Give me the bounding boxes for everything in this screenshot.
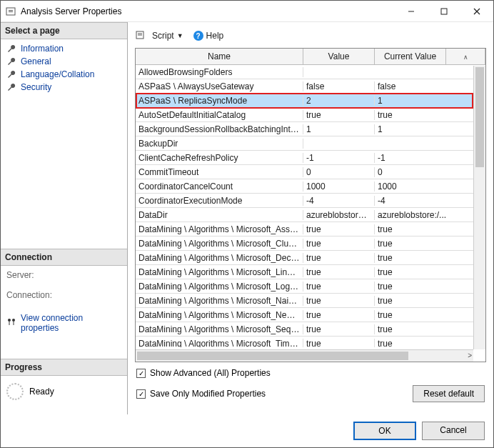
page-item[interactable]: Information <box>4 42 124 55</box>
cell-current: true <box>375 253 485 263</box>
cell-value[interactable]: true <box>303 110 375 120</box>
cell-value[interactable]: true <box>303 282 375 292</box>
table-row[interactable]: DataMining \ Algorithms \ Microsoft_Naiv… <box>136 294 485 308</box>
scroll-right-icon[interactable]: > <box>468 352 472 359</box>
page-item-label: Security <box>21 82 51 92</box>
cancel-button[interactable]: Cancel <box>422 422 485 440</box>
cell-name: CoordinatorCancelCount <box>136 181 303 191</box>
wrench-icon <box>6 44 16 54</box>
svg-point-8 <box>12 319 15 322</box>
table-row[interactable]: DataDir azureblobstore:/... azureblobsto… <box>136 208 485 222</box>
cell-current: azureblobstore:/... <box>375 210 485 220</box>
cell-value[interactable]: true <box>303 296 375 306</box>
page-item[interactable]: General <box>4 55 124 68</box>
horizontal-scroll-thumb[interactable] <box>137 352 408 360</box>
page-item[interactable]: Language/Collation <box>4 68 124 81</box>
cell-value[interactable]: 1000 <box>303 181 375 191</box>
cell-current: true <box>375 110 485 120</box>
cell-current: true <box>375 282 485 292</box>
table-row[interactable]: CoordinatorCancelCount 1000 1000 <box>136 179 485 194</box>
column-header-value[interactable]: Value <box>303 49 375 64</box>
table-row[interactable]: BackgroundSessionRollbackBatchingInterva… <box>136 122 485 136</box>
cell-name: DataDir <box>136 210 303 220</box>
cell-value[interactable]: 0 <box>303 167 375 177</box>
close-button[interactable] <box>460 1 493 22</box>
cell-value[interactable]: true <box>303 224 375 234</box>
title-bar: Analysis Server Properties <box>1 1 493 22</box>
table-row[interactable]: DataMining \ Algorithms \ Microsoft_Logi… <box>136 279 485 294</box>
cell-current: true <box>375 267 485 277</box>
table-row[interactable]: AutoSetDefaultInitialCatalog true true <box>136 108 485 122</box>
table-row[interactable]: DataMining \ Algorithms \ Microsoft_Time… <box>136 337 485 347</box>
table-row[interactable]: ASPaaS \ AlwaysUseGateway false false <box>136 79 485 94</box>
cell-name: AutoSetDefaultInitialCatalog <box>136 110 303 120</box>
cell-value[interactable]: true <box>303 239 375 249</box>
cell-value[interactable]: false <box>303 81 375 91</box>
table-row[interactable]: AllowedBrowsingFolders <box>136 65 485 79</box>
page-item-label: General <box>21 56 51 66</box>
cell-value[interactable]: -1 <box>303 153 375 163</box>
table-row[interactable]: DataMining \ Algorithms \ Microsoft_Asso… <box>136 222 485 237</box>
column-header-name[interactable]: Name <box>136 49 303 64</box>
page-item-label: Language/Collation <box>21 69 94 79</box>
chevron-up-icon[interactable]: ∧ <box>463 54 468 61</box>
show-advanced-checkbox[interactable]: ✓ <box>136 369 146 378</box>
cell-value[interactable]: 1 <box>303 124 375 134</box>
table-row[interactable]: DataMining \ Algorithms \ Microsoft_Clus… <box>136 237 485 251</box>
view-connection-properties-link[interactable]: View connection properties <box>6 313 121 333</box>
table-row[interactable]: CoordinatorExecutionMode -4 -4 <box>136 194 485 208</box>
server-label: Server: <box>6 270 121 280</box>
cell-current: true <box>375 324 485 334</box>
window-title: Analysis Server Properties <box>21 6 395 16</box>
cell-current: -1 <box>375 153 485 163</box>
table-row[interactable]: DataMining \ Algorithms \ Microsoft_Neur… <box>136 308 485 322</box>
app-icon <box>5 6 16 17</box>
toolbar: Script ▼ ? Help <box>135 28 486 48</box>
cell-name: BackupDir <box>136 139 303 149</box>
cell-name: DataMining \ Algorithms \ Microsoft_Logi… <box>136 282 303 292</box>
save-modified-label: Save Only Modified Properties <box>150 389 266 399</box>
table-row[interactable]: DataMining \ Algorithms \ Microsoft_Sequ… <box>136 322 485 337</box>
save-modified-checkbox[interactable]: ✓ <box>136 389 146 399</box>
cell-current: true <box>375 224 485 234</box>
column-header-current[interactable]: Current Value <box>375 49 446 64</box>
cell-value[interactable]: true <box>303 324 375 334</box>
vertical-scroll-thumb[interactable] <box>475 67 484 167</box>
table-row[interactable]: DataMining \ Algorithms \ Microsoft_Deci… <box>136 251 485 265</box>
cell-name: BackgroundSessionRollbackBatchingInterva… <box>136 124 303 134</box>
cell-current: true <box>375 296 485 306</box>
vertical-scrollbar[interactable] <box>473 66 485 349</box>
cell-value[interactable]: true <box>303 339 375 348</box>
help-button[interactable]: ? Help <box>191 29 227 42</box>
cell-value[interactable]: 2 <box>303 96 375 106</box>
cell-name: DataMining \ Algorithms \ Microsoft_Clus… <box>136 239 303 249</box>
table-row[interactable]: BackupDir <box>136 136 485 151</box>
connection-icon <box>6 317 16 329</box>
cell-value[interactable]: azureblobstore:/... <box>303 210 375 220</box>
script-label: Script <box>152 31 174 41</box>
cell-value[interactable]: true <box>303 253 375 263</box>
cell-value[interactable]: -4 <box>303 196 375 206</box>
connection-header: Connection <box>1 249 127 266</box>
maximize-button[interactable] <box>428 1 460 22</box>
script-button[interactable]: Script ▼ <box>149 29 186 42</box>
connection-label: Connection: <box>6 290 121 300</box>
horizontal-scrollbar[interactable]: < > <box>136 349 473 362</box>
table-row[interactable]: DataMining \ Algorithms \ Microsoft_Line… <box>136 265 485 279</box>
cell-current: true <box>375 239 485 249</box>
svg-point-7 <box>8 319 11 322</box>
help-label: Help <box>206 31 224 41</box>
progress-status: Ready <box>29 387 54 397</box>
ok-button[interactable]: OK <box>353 422 416 440</box>
reset-default-button[interactable]: Reset default <box>413 385 485 402</box>
table-row[interactable]: CommitTimeout 0 0 <box>136 165 485 179</box>
page-item[interactable]: Security <box>4 81 124 94</box>
cell-current: true <box>375 310 485 320</box>
progress-spinner-icon <box>6 383 24 400</box>
minimize-button[interactable] <box>395 1 428 22</box>
table-row[interactable]: ASPaaS \ ReplicaSyncMode 2 1 <box>136 94 485 108</box>
table-row[interactable]: ClientCacheRefreshPolicy -1 -1 <box>136 151 485 165</box>
cell-value[interactable]: true <box>303 267 375 277</box>
cell-name: ASPaaS \ AlwaysUseGateway <box>136 81 303 91</box>
cell-value[interactable]: true <box>303 310 375 320</box>
